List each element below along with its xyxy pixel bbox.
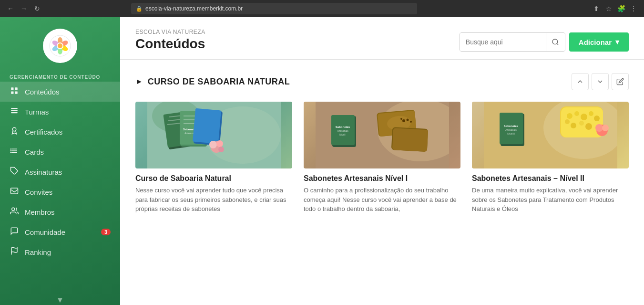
svg-point-72 (571, 123, 576, 128)
svg-rect-21 (11, 188, 18, 194)
sidebar-item-ranking[interactable]: Ranking (0, 242, 120, 262)
svg-point-18 (10, 150, 11, 151)
sidebar-item-label: Comunidade (25, 228, 65, 236)
section-actions (572, 73, 629, 90)
svg-rect-11 (11, 92, 13, 94)
chevron-down-icon: ▾ (615, 38, 619, 46)
sidebar-item-label: Cards (25, 148, 44, 156)
svg-point-8 (58, 43, 62, 48)
svg-text:Sabonetes: Sabonetes (335, 126, 350, 128)
course-card-1[interactable]: Sabonetes Artesanais Curso de Saboaria N… (135, 102, 292, 214)
sidebar-item-certificados[interactable]: Certificados (0, 122, 120, 142)
svg-point-71 (565, 119, 570, 124)
svg-point-43 (209, 141, 217, 148)
cards-grid: Sabonetes Artesanais Curso de Saboaria N… (135, 102, 629, 214)
svg-point-56 (410, 121, 412, 123)
content-header-right: Adicionar ▾ (460, 32, 629, 52)
svg-point-76 (595, 124, 603, 132)
reload-button[interactable]: ↻ (32, 4, 42, 13)
comunidade-badge: 3 (101, 229, 111, 235)
search-button[interactable] (546, 32, 565, 52)
svg-text:Artesanais: Artesanais (337, 129, 348, 132)
sidebar-scroll-indicator: ▼ (0, 295, 120, 305)
tag-icon (10, 167, 19, 177)
svg-point-69 (589, 111, 593, 116)
svg-text:Artesanais: Artesanais (505, 128, 517, 131)
search-wrap (460, 32, 565, 52)
browser-actions: ⬆ ☆ 🧩 ⋮ (592, 4, 638, 13)
content-header: ESCOLA VIA NATUREZA Conteúdos Adicionar … (120, 17, 644, 60)
svg-rect-41 (193, 108, 221, 144)
section-header: ► CURSO DE SABOARIA NATURAL (135, 73, 629, 90)
svg-rect-14 (11, 110, 18, 111)
chat-icon (10, 227, 19, 237)
sidebar-item-comunidade[interactable]: Comunidade 3 (0, 222, 120, 242)
sidebar-logo (0, 17, 120, 71)
svg-point-17 (10, 148, 11, 149)
sidebar-nav: Conteúdos Turmas Certificados Cards (0, 82, 120, 262)
course-card-title-2: Sabonetes Artesanais Nível I (304, 174, 460, 183)
search-input[interactable] (460, 33, 546, 51)
svg-point-67 (574, 111, 579, 116)
svg-point-66 (567, 113, 572, 119)
svg-point-54 (406, 119, 409, 121)
flag-icon (10, 247, 19, 257)
sidebar-item-membros[interactable]: Membros (0, 202, 120, 222)
svg-rect-9 (11, 87, 13, 90)
course-card-desc-1: Nesse curso você vai aprender tudo que v… (135, 186, 292, 214)
svg-text:Nível II: Nível II (507, 132, 515, 135)
course-card-image-3: Sabonetes Artesanais Nível II (472, 102, 629, 168)
menu-icon[interactable]: ⋮ (629, 4, 638, 13)
forward-button[interactable]: → (19, 4, 29, 13)
svg-rect-12 (15, 92, 18, 94)
sidebar-item-label: Convites (25, 188, 52, 196)
logo-image (44, 30, 76, 62)
sidebar-item-cards[interactable]: Cards (0, 142, 120, 162)
svg-point-53 (402, 119, 405, 122)
svg-point-19 (10, 152, 11, 153)
course-card-image-2: Sabonetes Artesanais Nível I (304, 102, 460, 168)
address-bar[interactable]: 🔒 escola-via-natureza.memberkit.com.br (131, 3, 417, 14)
share-icon[interactable]: ⬆ (592, 4, 601, 13)
course-card-3[interactable]: Sabonetes Artesanais Nível II Sabonetes … (472, 102, 629, 214)
add-button-label: Adicionar (579, 38, 612, 46)
bookmark-icon[interactable]: ☆ (604, 4, 613, 13)
sidebar-item-label: Conteúdos (25, 88, 60, 96)
page-title: Conteúdos (135, 36, 205, 52)
sidebar-item-label: Turmas (25, 108, 49, 116)
svg-point-68 (581, 114, 587, 120)
course-card-title-1: Curso de Saboaria Natural (135, 174, 292, 183)
sidebar-item-turmas[interactable]: Turmas (0, 102, 120, 122)
section-title-row: ► CURSO DE SABOARIA NATURAL (135, 77, 290, 87)
sidebar-item-assinaturas[interactable]: Assinaturas (0, 162, 120, 182)
move-down-button[interactable] (592, 73, 609, 90)
back-button[interactable]: ← (6, 4, 15, 13)
award-icon (10, 126, 19, 137)
svg-rect-13 (11, 108, 18, 109)
svg-point-16 (12, 127, 16, 131)
move-up-button[interactable] (572, 73, 589, 90)
sidebar-item-convites[interactable]: Convites (0, 182, 120, 202)
school-name: ESCOLA VIA NATUREZA (135, 29, 205, 35)
svg-rect-15 (11, 112, 18, 113)
logo-circle (43, 29, 77, 63)
edit-button[interactable] (612, 73, 629, 90)
sidebar-item-label: Ranking (25, 248, 51, 256)
course-card-2[interactable]: Sabonetes Artesanais Nível I Sabonetes A… (304, 102, 460, 214)
main-content: ESCOLA VIA NATUREZA Conteúdos Adicionar … (120, 17, 644, 305)
grid-icon (10, 86, 19, 97)
sidebar-section-label: GERENCIAMENTO DE CONTEÚDO (0, 71, 120, 82)
svg-point-74 (585, 123, 592, 130)
svg-point-24 (552, 39, 558, 44)
app-container: GERENCIAMENTO DE CONTEÚDO Conteúdos Turm… (0, 17, 644, 305)
sidebar: GERENCIAMENTO DE CONTEÚDO Conteúdos Turm… (0, 17, 120, 305)
extension-icon[interactable]: 🧩 (616, 4, 626, 13)
add-button[interactable]: Adicionar ▾ (569, 32, 629, 52)
svg-point-22 (12, 208, 15, 210)
sidebar-item-conteudos[interactable]: Conteúdos (0, 82, 120, 102)
course-card-desc-2: O caminho para a profissionalização do s… (304, 186, 460, 214)
browser-chrome: ← → ↻ 🔒 escola-via-natureza.memberkit.co… (0, 0, 644, 17)
course-card-desc-3: De uma maneira muito explicativa, você v… (472, 186, 629, 214)
svg-text:Nível I: Nível I (339, 133, 346, 136)
course-card-title-3: Sabonetes Artesanais – Nível II (472, 174, 629, 183)
